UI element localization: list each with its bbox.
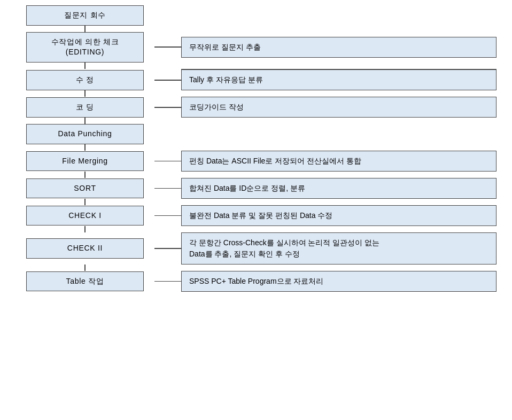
- right-panel-file-merging: 펀칭 Data는 ASCII File로 저장되어 전산실에서 통합: [181, 151, 497, 172]
- h-connector-check-1: [154, 215, 181, 216]
- right-panel-table-work: SPSS PC+ Table Program으로 자료처리: [181, 271, 497, 292]
- node-sort: SORT: [26, 178, 144, 199]
- node-coding: 코 딩: [26, 97, 144, 118]
- right-panel-check-2: 각 문항간 Cross-Check를 실시하여 논리적 일관성이 없는Data를…: [181, 232, 497, 265]
- right-box-check-1: 불완전 Data 분류 및 잘못 펀칭된 Data 수정: [181, 205, 497, 226]
- node-check-2: CHECK II: [26, 238, 144, 259]
- connector-2-3: [15, 63, 497, 70]
- node-correction: 수 정: [26, 70, 144, 90]
- right-box-manual-check: 무작위로 질문지 추출: [181, 37, 497, 58]
- right-panel-manual-check: 무작위로 질문지 추출: [181, 37, 497, 58]
- h-connector-check-2: [154, 248, 181, 249]
- right-box-coding: 코딩가이드 작성: [181, 97, 497, 118]
- right-box-table-work: SPSS PC+ Table Program으로 자료처리: [181, 271, 497, 292]
- right-panel-coding: 코딩가이드 작성: [181, 97, 497, 118]
- h-connector-coding: [154, 107, 181, 108]
- right-panel-sort: 합쳐진 Data를 ID순으로 정렬, 분류: [181, 178, 497, 199]
- h-connector-manual-check: [154, 46, 181, 48]
- row-data-punching: Data Punching: [15, 124, 497, 144]
- connector-4-5: [15, 118, 497, 124]
- connector-5-6: [15, 144, 497, 151]
- right-box-sort: 합쳐진 Data를 ID순으로 정렬, 분류: [181, 178, 497, 199]
- row-check-1: CHECK I 불완전 Data 분류 및 잘못 펀칭된 Data 수정: [15, 205, 497, 226]
- row-sort: SORT 합쳐진 Data를 ID순으로 정렬, 분류: [15, 178, 497, 199]
- row-correction: 수 정 Tally 후 자유응답 분류: [15, 69, 497, 90]
- row-manual-check: 수작업에 의한 체크(EDITING) 무작위로 질문지 추출: [15, 32, 497, 63]
- connector-1-2: [15, 26, 497, 32]
- h-connector-sort: [154, 188, 181, 189]
- right-box-check-2: 각 문항간 Cross-Check를 실시하여 논리적 일관성이 없는Data를…: [181, 232, 497, 265]
- row-check-2: CHECK II 각 문항간 Cross-Check를 실시하여 논리적 일관성…: [15, 232, 497, 265]
- connector-7-8: [15, 199, 497, 205]
- h-connector-correction: [154, 80, 181, 81]
- flowchart: 질문지 회수 수작업에 의한 체크(EDITING) 무작위로 질문지 추출 수: [15, 5, 497, 292]
- right-panel-correction: Tally 후 자유응답 분류: [181, 69, 497, 90]
- node-check-1: CHECK I: [26, 206, 144, 226]
- connector-8-9: [15, 226, 497, 232]
- connector-9-10: [15, 265, 497, 271]
- row-questionnaire-collection: 질문지 회수: [15, 5, 497, 26]
- right-panel-check-1: 불완전 Data 분류 및 잘못 펀칭된 Data 수정: [181, 205, 497, 226]
- row-file-merging: File Merging 펀칭 Data는 ASCII File로 저장되어 전…: [15, 151, 497, 172]
- row-table-work: Table 작업 SPSS PC+ Table Program으로 자료처리: [15, 271, 497, 292]
- node-questionnaire-collection: 질문지 회수: [26, 5, 144, 26]
- node-data-punching: Data Punching: [26, 124, 144, 144]
- node-table-work: Table 작업: [26, 271, 144, 292]
- right-box-correction: Tally 후 자유응답 분류: [181, 69, 497, 90]
- h-connector-table-work: [154, 281, 181, 282]
- row-coding: 코 딩 코딩가이드 작성: [15, 97, 497, 118]
- node-file-merging: File Merging: [26, 151, 144, 172]
- connector-3-4: [15, 90, 497, 97]
- h-connector-file-merging: [154, 161, 181, 162]
- node-manual-check: 수작업에 의한 체크(EDITING): [26, 32, 144, 63]
- right-box-file-merging: 펀칭 Data는 ASCII File로 저장되어 전산실에서 통합: [181, 151, 497, 172]
- connector-6-7: [15, 172, 497, 178]
